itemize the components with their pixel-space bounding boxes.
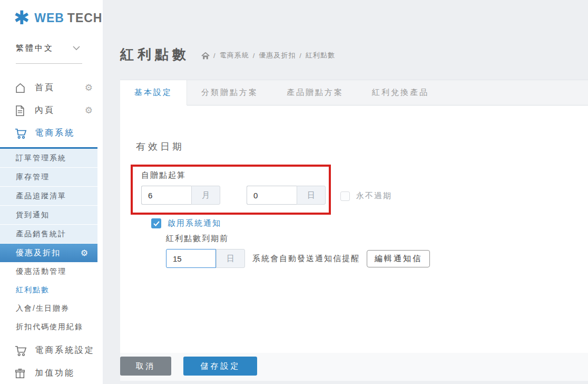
home-icon: [14, 82, 27, 94]
breadcrumb-home-icon[interactable]: [201, 52, 210, 60]
page-header: 紅利點數 / 電商系統 / 優惠及折扣 / 紅利點數: [103, 0, 588, 64]
sidebar-item-sales-stats[interactable]: 產品銷售統計: [0, 225, 97, 243]
sidebar-item-discounts[interactable]: 優惠及折扣 ⚙: [0, 244, 97, 262]
sidebar-item-label: 折扣代碼使用紀錄: [16, 322, 83, 332]
before-expire-unit-addon: 日: [216, 249, 245, 268]
section-title-valid-date: 有效日期: [136, 140, 184, 153]
notify-row: 啟用系統通知: [151, 218, 221, 228]
ecommerce-submenu: 訂單管理系統 庫存管理 產品追蹤清單 貨到通知 產品銷售統計: [0, 149, 103, 243]
sidebar-item-label: 貨到通知: [16, 210, 50, 220]
sidebar-item-label: 入會/生日贈券: [16, 304, 70, 313]
notify-checkbox[interactable]: [151, 218, 161, 228]
auto-notify-hint: 系統會自動發送通知信提醒: [252, 254, 360, 264]
day-unit-addon: 日: [297, 186, 326, 205]
chevron-down-icon: [73, 46, 80, 51]
sidebar-item-label: 優惠及折扣: [16, 248, 61, 258]
red-annotation-box: 自贈點起算 月 日: [131, 165, 331, 215]
never-expire-row: 永不過期: [340, 191, 392, 201]
sidebar-bottom: 電商系統設定 加值功能: [0, 339, 103, 384]
page-icon: [14, 105, 27, 117]
never-expire-label: 永不過期: [356, 191, 392, 201]
brand-name-primary: WEB: [34, 11, 64, 25]
footer-actions: 取消 儲存設定: [120, 353, 588, 381]
sidebar-item-label: 加值功能: [35, 368, 75, 379]
main-area: 紅利點數 / 電商系統 / 優惠及折扣 / 紅利點數 基本設定 分類贈點方案 產…: [103, 0, 588, 384]
before-expire-row: 日 系統會自動發送通知信提醒 編輯通知信: [166, 249, 430, 268]
sidebar-item-discount-code-history[interactable]: 折扣代碼使用紀錄: [0, 318, 97, 336]
breadcrumb-link-ecommerce[interactable]: 電商系統: [220, 51, 249, 60]
day-input-group: 日: [247, 186, 326, 205]
sidebar-item-label: 產品追蹤清單: [16, 191, 66, 201]
language-selector[interactable]: 繁體中文: [16, 43, 82, 64]
sidebar-item-label: 優惠活動管理: [16, 267, 66, 276]
tab-category-points-plan[interactable]: 分類贈點方案: [187, 80, 272, 105]
save-settings-button[interactable]: 儲存設定: [183, 357, 257, 376]
before-expire-input[interactable]: [166, 249, 216, 268]
sidebar-item-ecommerce-settings[interactable]: 電商系統設定: [0, 339, 103, 362]
cancel-button[interactable]: 取消: [120, 357, 171, 376]
sidebar-item-ecommerce[interactable]: 電商系統: [0, 122, 103, 145]
cart-icon: [14, 345, 27, 357]
month-unit-addon: 月: [191, 186, 220, 205]
sidebar-item-label: 電商系統設定: [35, 345, 95, 356]
sidebar-item-label: 訂單管理系統: [16, 153, 66, 163]
breadcrumb-separator: /: [299, 52, 302, 60]
gear-icon[interactable]: ⚙: [85, 105, 94, 116]
sidebar-item-arrival-notice[interactable]: 貨到通知: [0, 206, 97, 224]
grant-start-label: 自贈點起算: [141, 170, 329, 180]
sidebar-nav: 首頁 ⚙ 內頁 ⚙ 電商系統 訂單管理系統 庫存管理 產品追蹤清單 貨到通知 產…: [0, 76, 103, 384]
sidebar-item-promo-management[interactable]: 優惠活動管理: [0, 262, 97, 281]
sidebar-item-order-management[interactable]: 訂單管理系統: [0, 149, 97, 167]
before-expire-label: 紅利點數到期前: [166, 234, 229, 244]
before-expire-input-group: 日: [166, 249, 245, 268]
discounts-submenu: 優惠活動管理 紅利點數 入會/生日贈券 折扣代碼使用紀錄: [0, 262, 103, 336]
sidebar-item-label: 紅利點數: [16, 285, 50, 295]
month-input[interactable]: [141, 186, 191, 205]
asterisk-logo-icon: ✱: [14, 8, 30, 27]
page-title: 紅利點數: [120, 45, 190, 64]
sidebar-item-label: 首頁: [35, 82, 55, 93]
breadcrumb: / 電商系統 / 優惠及折扣 / 紅利點數: [201, 51, 335, 60]
tab-label: 基本設定: [134, 88, 172, 98]
tab-basic-settings[interactable]: 基本設定: [120, 80, 187, 105]
cart-icon: [14, 128, 27, 139]
sidebar-item-label: 內頁: [35, 105, 55, 116]
sidebar-item-bonus-points[interactable]: 紅利點數: [0, 281, 97, 299]
sidebar: ✱ WEB TECH 繁體中文 首頁 ⚙ 內頁 ⚙ 電商系統: [0, 0, 103, 384]
breadcrumb-link-discounts[interactable]: 優惠及折扣: [259, 51, 296, 60]
month-input-group: 月: [141, 186, 220, 205]
notify-label[interactable]: 啟用系統通知: [168, 218, 221, 228]
tab-product-points-plan[interactable]: 產品贈點方案: [272, 80, 358, 105]
sidebar-item-label: 電商系統: [35, 128, 75, 139]
sidebar-item-inner-pages[interactable]: 內頁 ⚙: [0, 99, 103, 122]
tab-points-redeem-products[interactable]: 紅利兌換產品: [358, 80, 443, 105]
sidebar-item-membership-birthday-coupon[interactable]: 入會/生日贈券: [0, 299, 97, 318]
sidebar-item-product-tracking[interactable]: 產品追蹤清單: [0, 187, 97, 205]
brand-name-secondary: TECH: [67, 11, 103, 25]
grant-start-inputs: 月 日: [141, 186, 329, 205]
sidebar-item-label: 庫存管理: [16, 172, 50, 182]
tab-bar: 基本設定 分類贈點方案 產品贈點方案 紅利兌換產品: [120, 80, 588, 105]
breadcrumb-separator: /: [253, 52, 256, 60]
sidebar-item-home[interactable]: 首頁 ⚙: [0, 76, 103, 99]
check-icon: [153, 221, 160, 226]
sidebar-item-inventory[interactable]: 庫存管理: [0, 168, 97, 186]
tab-label: 分類贈點方案: [201, 88, 258, 98]
tab-label: 紅利兌換產品: [372, 88, 429, 98]
tab-label: 產品贈點方案: [287, 88, 344, 98]
sidebar-item-label: 產品銷售統計: [16, 229, 66, 239]
day-input[interactable]: [247, 186, 297, 205]
content-panel: 有效日期 自贈點起算 月 日 永不過期 啟用系統通知: [120, 105, 588, 353]
breadcrumb-current: 紅利點數: [306, 51, 335, 60]
language-selector-value: 繁體中文: [16, 43, 54, 53]
gift-icon: [14, 368, 27, 379]
sidebar-item-addons[interactable]: 加值功能: [0, 362, 103, 384]
never-expire-checkbox[interactable]: [340, 191, 350, 201]
edit-notification-email-button[interactable]: 編輯通知信: [367, 250, 430, 267]
brand-logo: ✱ WEB TECH: [0, 0, 103, 27]
gear-icon[interactable]: ⚙: [81, 248, 89, 258]
breadcrumb-separator: /: [213, 52, 216, 60]
gear-icon[interactable]: ⚙: [85, 82, 94, 93]
